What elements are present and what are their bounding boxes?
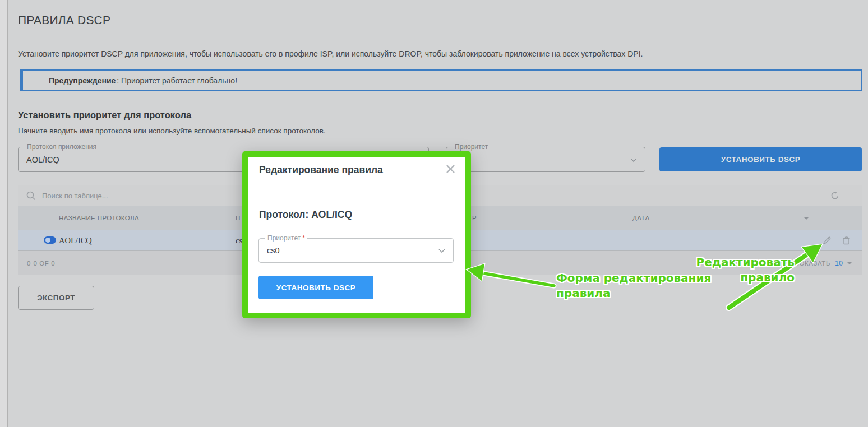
header-number-partial[interactable]: Р xyxy=(472,215,477,221)
protocol-input-label: Протокол приложения xyxy=(25,143,99,151)
modal-protocol-heading: Протокол: AOL/ICQ xyxy=(259,209,352,221)
result-range-label: 0-0 OF 0 xyxy=(27,260,55,267)
refresh-icon[interactable] xyxy=(830,191,839,202)
modal-priority-label: Приоритет* xyxy=(265,234,307,242)
delete-rule-icon[interactable] xyxy=(842,236,851,247)
cell-protocol-name: AOL/ICQ xyxy=(59,235,92,245)
chevron-down-icon xyxy=(630,155,638,165)
priority-select[interactable]: Приоритет xyxy=(446,147,645,172)
header-priority-partial[interactable]: П xyxy=(236,215,241,221)
set-dscp-button[interactable]: УСТАНОВИТЬ DSCP xyxy=(659,147,862,171)
warning-label: Предупреждение xyxy=(49,76,116,85)
export-button[interactable]: ЭКСПОРТ xyxy=(18,286,94,310)
close-icon[interactable] xyxy=(446,164,455,176)
rule-enabled-toggle[interactable] xyxy=(44,236,56,244)
priority-select-label: Приоритет xyxy=(453,143,490,151)
modal-set-dscp-button[interactable]: УСТАНОВИТЬ DSCP xyxy=(258,276,373,299)
warning-text: : Приоритет работает глобально! xyxy=(117,76,237,85)
header-date[interactable]: ДАТА xyxy=(632,215,649,221)
page-size-select[interactable]: 10 xyxy=(835,259,843,267)
header-protocol-name[interactable]: НАЗВАНИЕ ПРОТОКОЛА xyxy=(59,215,139,221)
edit-rule-modal: Редактирование правила Протокол: AOL/ICQ… xyxy=(242,151,471,318)
page-size-chevron-icon[interactable] xyxy=(847,262,852,264)
search-icon xyxy=(26,191,36,203)
show-label: ПОКАЗАТЬ xyxy=(795,260,831,267)
collapsed-sidebar xyxy=(0,0,8,427)
page-description: Установите приоритет DSCP для приложения… xyxy=(18,49,643,58)
warning-banner: Предупреждение: Приоритет работает глоба… xyxy=(20,69,862,91)
pagination: ПОКАЗАТЬ 10 xyxy=(795,259,852,267)
modal-priority-value: cs0 xyxy=(267,246,280,255)
edit-rule-icon[interactable] xyxy=(823,236,832,247)
modal-priority-select[interactable]: Приоритет* cs0 xyxy=(258,238,454,263)
sort-arrow-icon[interactable] xyxy=(804,217,809,220)
section-heading: Установить приоритет для протокола xyxy=(18,110,191,120)
chevron-down-icon xyxy=(438,245,446,256)
toggle-knob xyxy=(45,238,50,243)
page-title: ПРАВИЛА DSCP xyxy=(18,13,110,27)
modal-title: Редактирование правила xyxy=(259,164,383,176)
protocol-input-value: AOL/ICQ xyxy=(26,155,59,164)
annotation-form-note: Форма редактирования правила xyxy=(556,271,711,301)
required-mark: * xyxy=(302,234,305,242)
section-subheading: Начните вводить имя протокола или исполь… xyxy=(18,127,326,135)
search-input[interactable] xyxy=(42,185,221,206)
